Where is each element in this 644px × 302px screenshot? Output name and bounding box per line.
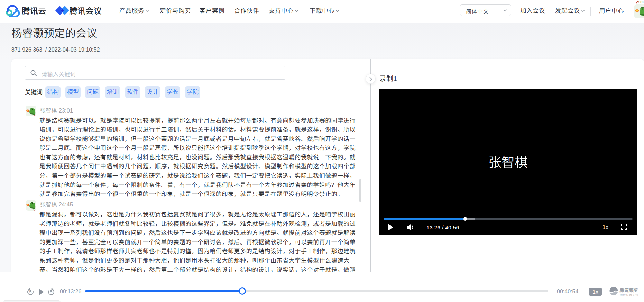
svg-text:5: 5 — [29, 290, 32, 294]
svg-text:5: 5 — [50, 290, 53, 294]
